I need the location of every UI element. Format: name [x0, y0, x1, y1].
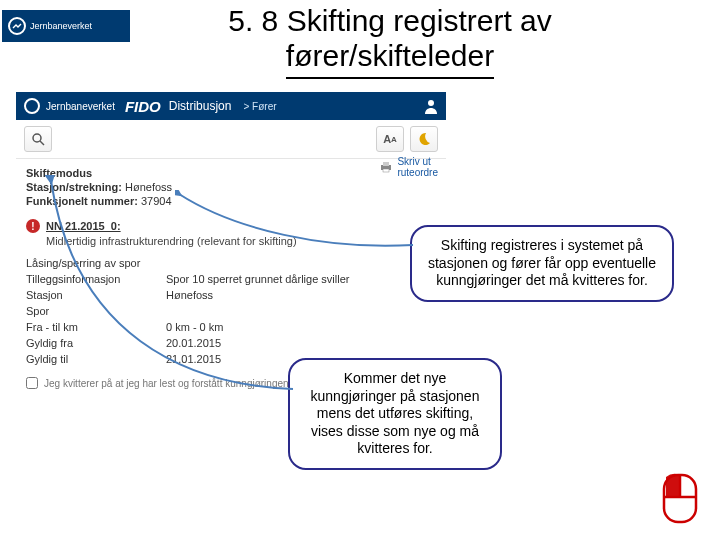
- app-topbar: Jernbaneverket FIDO Distribusjon > Fører: [16, 92, 446, 120]
- jbv-brand-text: Jernbaneverket: [30, 21, 92, 31]
- title-line2: fører/skifteleder: [286, 39, 494, 80]
- svg-rect-5: [383, 169, 389, 172]
- funcnum-label: Funksjonelt nummer:: [26, 195, 138, 207]
- kv-k: Gyldig til: [26, 353, 166, 365]
- station-label: Stasjon/strekning:: [26, 181, 122, 193]
- kv-v: Hønefoss: [166, 289, 436, 301]
- kv-row: Låsing/sperring av spor: [26, 257, 436, 269]
- kv-v: Spor 10 sperret grunnet dårlige sviller: [166, 273, 436, 285]
- svg-line-2: [40, 141, 44, 145]
- theme-toggle-button[interactable]: [410, 126, 438, 152]
- mode-label: Skiftemodus: [26, 167, 436, 179]
- app-dist: Distribusjon: [169, 99, 232, 113]
- user-icon[interactable]: [424, 98, 438, 114]
- jbv-badge: Jernbaneverket: [2, 10, 130, 42]
- svg-rect-4: [383, 162, 389, 166]
- ack-checkbox[interactable]: [26, 377, 38, 389]
- funcnum-value: 37904: [141, 195, 172, 207]
- kv-k: Stasjon: [26, 289, 166, 301]
- kv-v: 0 km - 0 km: [166, 321, 436, 333]
- kv-k: Fra - til km: [26, 321, 166, 333]
- callout-1: Skifting registreres i systemet på stasj…: [410, 225, 674, 302]
- kv-k: Gyldig fra: [26, 337, 166, 349]
- svg-point-1: [33, 134, 41, 142]
- print-ruteordre-link[interactable]: Skriv utruteordre: [379, 156, 438, 178]
- breadcrumb: > Fører: [243, 101, 276, 112]
- alert-row: ! NN 21.2015_0:: [26, 219, 436, 233]
- search-button[interactable]: [24, 126, 52, 152]
- kv-k: Låsing/sperring av spor: [26, 257, 166, 269]
- print-line1: Skriv ut: [397, 156, 430, 167]
- meta-block: Skiftemodus Stasjon/strekning: Hønefoss …: [26, 167, 436, 207]
- font-size-button[interactable]: AA: [376, 126, 404, 152]
- kv-row: Fra - til km0 km - 0 km: [26, 321, 436, 333]
- app-brand: Jernbaneverket: [46, 101, 115, 112]
- kv-row: Gyldig fra20.01.2015: [26, 337, 436, 349]
- svg-point-0: [428, 100, 434, 106]
- callout-2-text: Kommer det nye kunngjøringer på stasjone…: [311, 370, 480, 456]
- app-fido: FIDO: [125, 98, 161, 115]
- kv-row: TilleggsinformasjonSpor 10 sperret grunn…: [26, 273, 436, 285]
- kv-row: StasjonHønefoss: [26, 289, 436, 301]
- callout-1-text: Skifting registreres i systemet på stasj…: [428, 237, 656, 288]
- kv-row: Spor: [26, 305, 436, 317]
- kv-table: Låsing/sperring av spor Tilleggsinformas…: [26, 257, 436, 365]
- station-value: Hønefoss: [125, 181, 172, 193]
- kv-k: Spor: [26, 305, 166, 317]
- alert-code[interactable]: NN 21.2015_0:: [46, 220, 121, 232]
- callout-2: Kommer det nye kunngjøringer på stasjone…: [288, 358, 502, 470]
- ack-text: Jeg kvitterer på at jeg har lest og fors…: [44, 378, 289, 389]
- slide-title: 5. 8 Skifting registrert av fører/skifte…: [150, 4, 630, 79]
- mouse-icon: [660, 471, 700, 526]
- kv-v: 20.01.2015: [166, 337, 436, 349]
- alert-subtitle: Midlertidig infrastrukturendring (releva…: [46, 235, 436, 247]
- print-line2: ruteordre: [397, 167, 438, 178]
- alert-icon: !: [26, 219, 40, 233]
- jbv-logo-icon: [8, 17, 26, 35]
- kv-k: Tilleggsinformasjon: [26, 273, 166, 285]
- app-toolbar: AA: [16, 120, 446, 159]
- app-logo-icon: [24, 98, 40, 114]
- title-line1: 5. 8 Skifting registrert av: [228, 4, 551, 37]
